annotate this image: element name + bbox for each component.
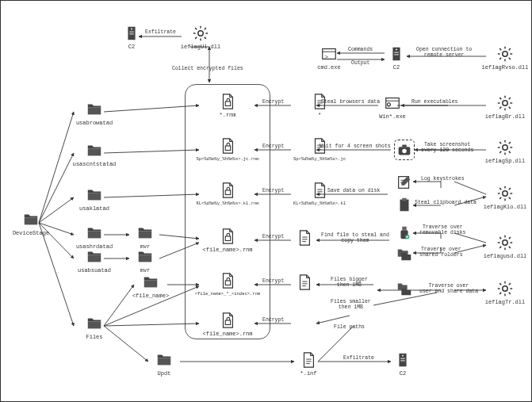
gear-icon <box>496 45 514 63</box>
edge-save-disk: Save data on disk <box>327 188 380 193</box>
edge-find-file: Find file to steal and copy them <box>321 232 389 243</box>
node-usabsuatad: usabsuatad <box>71 248 118 274</box>
edge-run-exe: Run executables <box>411 99 458 105</box>
folder-icon <box>136 248 154 266</box>
node-usaklatad: usaklatad <box>71 186 118 212</box>
node-dll-br: ieflagBr.dll <box>481 94 529 120</box>
label: ieflagRvso.dll <box>482 64 529 71</box>
window-icon <box>384 94 401 112</box>
svg-line-68 <box>316 316 350 324</box>
encrypted-file-icon <box>219 312 236 329</box>
node-keylog <box>392 174 416 191</box>
node-usb <box>392 224 416 242</box>
encrypted-file-icon <box>219 182 236 199</box>
gear-icon <box>496 234 514 251</box>
node-file-kl: KL<%d%m%y_%h%m%s>.kl <box>288 182 351 206</box>
diagram-canvas: DeviceStage usabrowatad usascntstatad us… <box>0 0 532 402</box>
label: *.rnm <box>219 112 235 118</box>
edge-cmd-output: Output <box>351 60 369 66</box>
usb-icon <box>396 224 413 242</box>
label: Files <box>86 334 102 340</box>
edge-steal-clip: Steal clipboard data <box>415 200 477 205</box>
label: <file_name>_*_<index>.rnm <box>195 291 261 297</box>
label: KL<%d%m%y_%h%m%s>.kl.rnm <box>196 201 258 206</box>
edge-traverse-usb: Traverse over removable disks <box>419 224 466 235</box>
label: usabrowatad <box>76 120 113 126</box>
label: Sp<%d%m%y_%h%m%s>.jc.rnm <box>196 156 258 162</box>
encrypted-file-icon <box>219 93 236 110</box>
server-icon <box>394 351 411 369</box>
folder-icon <box>142 274 159 291</box>
label: cmd.exe <box>317 64 340 71</box>
node-dll-usd: ieflagusd.dll <box>481 234 529 259</box>
edge-traverse-shared: Traverse over shared folders <box>419 247 463 258</box>
folder-tree-icon <box>396 280 413 297</box>
label: Updt <box>158 370 171 377</box>
node-cmd: cmd.exe <box>312 45 346 71</box>
node-enc-f1: <file_name>.rnm <box>196 228 259 253</box>
node-file-star: * <box>288 93 351 118</box>
node-devicestage: DeviceStage <box>7 211 55 236</box>
node-usabrowatad: usabrowatad <box>71 101 118 126</box>
folder-icon <box>155 351 173 369</box>
node-dll-sp: ieflagSp.dll <box>481 139 529 164</box>
node-enc-sp: Sp<%d%m%y_%h%m%s>.jc.rnm <box>196 137 259 162</box>
edge-big-files: Files bigger then 1MB <box>331 277 368 288</box>
camera-icon <box>395 140 414 159</box>
encrypted-file-icon <box>219 137 236 155</box>
node-camera <box>392 140 416 159</box>
node-filename-folder: <file_name> <box>129 274 172 299</box>
folder-icon <box>86 224 103 242</box>
node-file-find <box>291 229 318 247</box>
label: * <box>318 112 321 118</box>
node-dll-klo: ieflagKlo.dll <box>481 185 529 210</box>
node-dll-tr: ieflagTr.dll <box>481 280 529 305</box>
folder-icon <box>86 248 103 266</box>
label: DeviceStage <box>13 230 49 236</box>
gear-icon <box>496 280 514 297</box>
node-c2-bottom: C2 <box>391 351 415 377</box>
edge-encrypt-1: Encrypt <box>262 99 284 105</box>
node-enc-kl: KL<%d%m%y_%h%m%s>.kl.rnm <box>196 182 259 206</box>
folder-icon <box>136 224 154 242</box>
node-usascntstatad: usascntstatad <box>71 142 118 167</box>
node-file-big <box>291 274 318 291</box>
node-enc-f2: <file_name>.rnm <box>196 312 259 337</box>
label: <file_name>.rnm <box>202 331 252 337</box>
label: ieflagTr.dll <box>485 299 525 305</box>
label: *.inf <box>300 370 316 377</box>
label: ieflagusd.dll <box>484 253 527 259</box>
node-c2-right: C2 <box>385 45 408 71</box>
edge-collect: Collect encrypted files <box>172 66 243 71</box>
clipboard-icon <box>396 196 413 213</box>
edge-wait-screens: Wait for 4 screen shots <box>320 144 391 149</box>
edge-cmd-commands: Commands <box>348 47 373 52</box>
label: ieflagUl.dll <box>181 44 220 50</box>
gear-icon <box>496 139 514 156</box>
folder-icon <box>86 186 103 204</box>
label: usaklatad <box>79 205 109 212</box>
gear-icon <box>496 94 514 112</box>
node-winexe: Win*.exe <box>375 94 410 120</box>
encrypted-files-group <box>185 84 270 339</box>
label: <file_name> <box>132 293 169 299</box>
node-enc-fi: <file_name>_*_<index>.rnm <box>196 272 259 297</box>
gear-icon <box>192 25 209 42</box>
node-updt: Updt <box>145 351 183 377</box>
encrypted-file-icon <box>219 228 236 245</box>
label: C2 <box>393 64 400 71</box>
edge-encrypt-2: Encrypt <box>262 144 284 149</box>
edge-take-screens: Take screenshot every 120 seconds <box>421 142 473 153</box>
node-tree <box>392 280 416 297</box>
edge-steal-browser: Steal browsers data <box>321 99 380 105</box>
svg-line-39 <box>39 223 74 326</box>
edge-log-keys: Log keystrokes <box>421 176 465 182</box>
node-usashrdatad: usashrdatad <box>71 224 118 250</box>
folder-icon <box>86 142 103 159</box>
label: mvr <box>140 267 151 274</box>
label: KL<%d%m%y_%h%m%s>.kl <box>293 201 346 206</box>
label: ieflagSp.dll <box>485 158 525 164</box>
edge-encrypt-6: Encrypt <box>262 317 284 323</box>
terminal-icon <box>320 45 338 63</box>
node-shared <box>392 245 416 262</box>
